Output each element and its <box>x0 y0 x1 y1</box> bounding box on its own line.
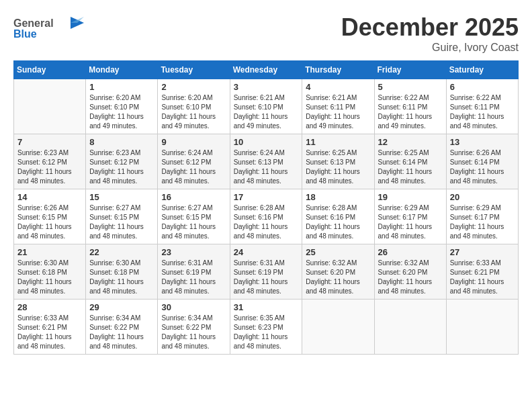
day-info: Sunrise: 6:26 AMSunset: 6:15 PMDaylight:… <box>17 203 82 241</box>
day-info: Sunrise: 6:29 AMSunset: 6:17 PMDaylight:… <box>378 203 443 241</box>
title-area: December 2025 Guire, Ivory Coast <box>341 13 519 54</box>
day-number: 5 <box>378 82 443 92</box>
calendar-day-cell: 7Sunrise: 6:23 AMSunset: 6:12 PMDaylight… <box>14 134 86 189</box>
calendar-day-cell: 21Sunrise: 6:30 AMSunset: 6:18 PMDayligh… <box>14 244 86 300</box>
location-subtitle: Guire, Ivory Coast <box>341 42 519 54</box>
weekday-header-row: SundayMondayTuesdayWednesdayThursdayFrid… <box>14 61 519 79</box>
svg-text:General: General <box>13 17 54 29</box>
day-info: Sunrise: 6:24 AMSunset: 6:12 PMDaylight:… <box>161 148 226 186</box>
calendar-day-cell: 3Sunrise: 6:21 AMSunset: 6:10 PMDaylight… <box>230 79 302 134</box>
weekday-header-wednesday: Wednesday <box>230 61 302 79</box>
logo: General Blue <box>13 13 87 43</box>
day-number: 3 <box>234 82 299 92</box>
day-number: 25 <box>306 247 370 257</box>
day-number: 9 <box>161 137 226 147</box>
calendar-day-cell: 4Sunrise: 6:21 AMSunset: 6:11 PMDaylight… <box>302 79 374 134</box>
weekday-header-monday: Monday <box>86 61 158 79</box>
calendar-day-cell: 17Sunrise: 6:28 AMSunset: 6:16 PMDayligh… <box>230 189 302 244</box>
day-number: 16 <box>161 192 226 202</box>
header: General Blue December 2025 Guire, Ivory … <box>13 13 519 54</box>
calendar-day-cell: 6Sunrise: 6:22 AMSunset: 6:11 PMDaylight… <box>446 79 518 134</box>
calendar-day-cell: 9Sunrise: 6:24 AMSunset: 6:12 PMDaylight… <box>158 134 230 189</box>
calendar-week-row: 28Sunrise: 6:33 AMSunset: 6:21 PMDayligh… <box>14 300 519 355</box>
weekday-header-tuesday: Tuesday <box>158 61 230 79</box>
day-info: Sunrise: 6:20 AMSunset: 6:10 PMDaylight:… <box>161 93 226 131</box>
calendar-day-cell: 29Sunrise: 6:34 AMSunset: 6:22 PMDayligh… <box>86 300 158 355</box>
day-number: 20 <box>450 192 515 202</box>
day-info: Sunrise: 6:20 AMSunset: 6:10 PMDaylight:… <box>89 93 154 131</box>
day-number: 12 <box>378 137 443 147</box>
day-number: 4 <box>306 82 370 92</box>
day-number: 14 <box>17 192 82 202</box>
day-info: Sunrise: 6:34 AMSunset: 6:22 PMDaylight:… <box>89 314 154 351</box>
calendar-day-cell: 15Sunrise: 6:27 AMSunset: 6:15 PMDayligh… <box>86 189 158 244</box>
calendar-day-cell: 22Sunrise: 6:30 AMSunset: 6:18 PMDayligh… <box>86 244 158 300</box>
day-number: 19 <box>378 192 443 202</box>
day-info: Sunrise: 6:25 AMSunset: 6:13 PMDaylight:… <box>306 148 370 186</box>
calendar-day-cell: 10Sunrise: 6:24 AMSunset: 6:13 PMDayligh… <box>230 134 302 189</box>
day-number: 28 <box>17 302 82 312</box>
day-number: 30 <box>161 302 226 312</box>
calendar-day-cell <box>374 300 446 355</box>
day-info: Sunrise: 6:22 AMSunset: 6:11 PMDaylight:… <box>378 93 443 131</box>
day-info: Sunrise: 6:27 AMSunset: 6:15 PMDaylight:… <box>161 203 226 241</box>
day-number: 23 <box>161 247 226 257</box>
calendar-day-cell: 1Sunrise: 6:20 AMSunset: 6:10 PMDaylight… <box>86 79 158 134</box>
day-info: Sunrise: 6:28 AMSunset: 6:16 PMDaylight:… <box>234 203 299 241</box>
calendar-day-cell: 26Sunrise: 6:32 AMSunset: 6:20 PMDayligh… <box>374 244 446 300</box>
day-info: Sunrise: 6:24 AMSunset: 6:13 PMDaylight:… <box>234 148 299 186</box>
calendar-day-cell: 13Sunrise: 6:26 AMSunset: 6:14 PMDayligh… <box>446 134 518 189</box>
day-info: Sunrise: 6:21 AMSunset: 6:11 PMDaylight:… <box>306 93 370 131</box>
day-info: Sunrise: 6:27 AMSunset: 6:15 PMDaylight:… <box>89 203 154 241</box>
calendar-day-cell: 19Sunrise: 6:29 AMSunset: 6:17 PMDayligh… <box>374 189 446 244</box>
calendar-day-cell: 23Sunrise: 6:31 AMSunset: 6:19 PMDayligh… <box>158 244 230 300</box>
day-info: Sunrise: 6:35 AMSunset: 6:23 PMDaylight:… <box>234 314 299 351</box>
day-number: 24 <box>234 247 299 257</box>
day-number: 17 <box>234 192 299 202</box>
calendar-week-row: 21Sunrise: 6:30 AMSunset: 6:18 PMDayligh… <box>14 244 519 300</box>
day-info: Sunrise: 6:25 AMSunset: 6:14 PMDaylight:… <box>378 148 443 186</box>
calendar-day-cell: 28Sunrise: 6:33 AMSunset: 6:21 PMDayligh… <box>14 300 86 355</box>
day-number: 11 <box>306 137 370 147</box>
weekday-header-sunday: Sunday <box>14 61 86 79</box>
day-info: Sunrise: 6:32 AMSunset: 6:20 PMDaylight:… <box>378 259 443 296</box>
svg-text:Blue: Blue <box>13 28 37 40</box>
calendar-week-row: 7Sunrise: 6:23 AMSunset: 6:12 PMDaylight… <box>14 134 519 189</box>
logo-text: General Blue <box>13 13 87 43</box>
day-info: Sunrise: 6:23 AMSunset: 6:12 PMDaylight:… <box>89 148 154 186</box>
day-number: 18 <box>306 192 370 202</box>
day-info: Sunrise: 6:26 AMSunset: 6:14 PMDaylight:… <box>450 148 515 186</box>
calendar-week-row: 1Sunrise: 6:20 AMSunset: 6:10 PMDaylight… <box>14 79 519 134</box>
calendar-week-row: 14Sunrise: 6:26 AMSunset: 6:15 PMDayligh… <box>14 189 519 244</box>
calendar-day-cell: 16Sunrise: 6:27 AMSunset: 6:15 PMDayligh… <box>158 189 230 244</box>
day-number: 29 <box>89 302 154 312</box>
day-info: Sunrise: 6:31 AMSunset: 6:19 PMDaylight:… <box>234 259 299 296</box>
weekday-header-friday: Friday <box>374 61 446 79</box>
day-number: 7 <box>17 137 82 147</box>
calendar-day-cell: 20Sunrise: 6:29 AMSunset: 6:17 PMDayligh… <box>446 189 518 244</box>
day-info: Sunrise: 6:33 AMSunset: 6:21 PMDaylight:… <box>17 314 82 351</box>
calendar-day-cell: 14Sunrise: 6:26 AMSunset: 6:15 PMDayligh… <box>14 189 86 244</box>
calendar-day-cell <box>302 300 374 355</box>
day-number: 2 <box>161 82 226 92</box>
weekday-header-saturday: Saturday <box>446 61 518 79</box>
calendar-day-cell: 12Sunrise: 6:25 AMSunset: 6:14 PMDayligh… <box>374 134 446 189</box>
calendar-day-cell: 27Sunrise: 6:33 AMSunset: 6:21 PMDayligh… <box>446 244 518 300</box>
calendar-day-cell <box>446 300 518 355</box>
day-info: Sunrise: 6:29 AMSunset: 6:17 PMDaylight:… <box>450 203 515 241</box>
day-info: Sunrise: 6:32 AMSunset: 6:20 PMDaylight:… <box>306 259 370 296</box>
day-number: 22 <box>89 247 154 257</box>
calendar-day-cell: 8Sunrise: 6:23 AMSunset: 6:12 PMDaylight… <box>86 134 158 189</box>
day-info: Sunrise: 6:21 AMSunset: 6:10 PMDaylight:… <box>234 93 299 131</box>
day-info: Sunrise: 6:30 AMSunset: 6:18 PMDaylight:… <box>17 259 82 296</box>
day-number: 31 <box>234 302 299 312</box>
day-number: 15 <box>89 192 154 202</box>
day-number: 21 <box>17 247 82 257</box>
calendar-table: SundayMondayTuesdayWednesdayThursdayFrid… <box>13 60 519 355</box>
day-number: 26 <box>378 247 443 257</box>
day-info: Sunrise: 6:33 AMSunset: 6:21 PMDaylight:… <box>450 259 515 296</box>
calendar-day-cell <box>14 79 86 134</box>
day-info: Sunrise: 6:22 AMSunset: 6:11 PMDaylight:… <box>450 93 515 131</box>
calendar-day-cell: 25Sunrise: 6:32 AMSunset: 6:20 PMDayligh… <box>302 244 374 300</box>
day-number: 8 <box>89 137 154 147</box>
